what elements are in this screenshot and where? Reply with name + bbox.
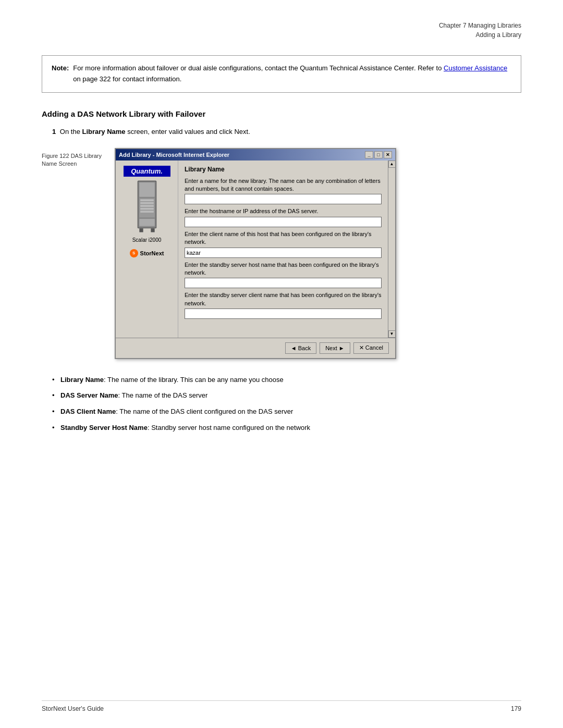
close-button[interactable]: ✕ (384, 151, 392, 158)
device-image (129, 181, 165, 233)
stornext-label: StorNext (140, 250, 164, 256)
dialog-scrollbar[interactable]: ▲ ▼ (388, 161, 395, 338)
svg-rect-2 (139, 182, 154, 197)
svg-rect-6 (140, 205, 154, 207)
scroll-up-button[interactable]: ▲ (388, 161, 396, 168)
chapter-line2: Adding a Library (42, 30, 521, 40)
footer-right: 179 (511, 705, 521, 712)
das-server-input[interactable] (185, 217, 382, 227)
device-illustration (131, 178, 163, 236)
field-label-1: Enter the hostname or IP address of the … (185, 207, 382, 215)
figure-area: Figure 122 DAS Library Name Screen Add L… (42, 148, 521, 359)
dialog-title: Add Library - Microsoft Internet Explore… (119, 152, 229, 158)
section-heading: Adding a DAS Network Library with Failov… (42, 109, 521, 118)
dialog-form-panel: Library Name Enter a name for the new li… (178, 161, 388, 338)
next-button[interactable]: Next ► (320, 342, 350, 354)
form-group-standby-host: Enter the standby server host name that … (185, 261, 382, 289)
form-group-das-server: Enter the hostname or IP address of the … (185, 207, 382, 227)
quantum-logo: Quantum. (124, 166, 170, 177)
dialog-titlebar: Add Library - Microsoft Internet Explore… (116, 149, 395, 161)
note-text: For more information about failover or d… (73, 63, 511, 85)
back-button[interactable]: ◄ Back (285, 342, 316, 354)
svg-rect-4 (140, 199, 154, 201)
note-label: Note: (52, 63, 69, 74)
form-section-title: Library Name (185, 166, 382, 173)
page-footer: StorNext User's Guide 179 (42, 700, 521, 712)
step-1-instruction: 1 On the Library Name screen, enter vali… (52, 128, 521, 135)
customer-assistance-link[interactable]: Customer Assistance (444, 64, 507, 72)
field-label-0: Enter a name for the new library. The na… (185, 177, 382, 193)
standby-host-input[interactable] (185, 278, 382, 288)
dialog-window-outer: Add Library - Microsoft Internet Explore… (115, 148, 396, 359)
field-label-2: Enter the client name of this host that … (185, 230, 382, 246)
form-group-library-name: Enter a name for the new library. The na… (185, 177, 382, 205)
form-group-client-name: Enter the client name of this host that … (185, 230, 382, 258)
dialog-body: Quantum. (116, 161, 395, 338)
svg-rect-7 (140, 207, 154, 209)
chapter-line1: Chapter 7 Managing Libraries (42, 21, 521, 30)
svg-rect-9 (139, 219, 154, 226)
form-group-standby-client: Enter the standby server client name tha… (185, 291, 382, 319)
field-label-4: Enter the standby server client name tha… (185, 291, 382, 307)
bullet-item-das-server-name: DAS Server Name: The name of the DAS ser… (52, 390, 521, 401)
dialog-window: Add Library - Microsoft Internet Explore… (115, 148, 396, 359)
minimize-button[interactable]: _ (365, 151, 373, 158)
dialog-left-panel: Quantum. (116, 161, 178, 338)
svg-rect-8 (140, 211, 154, 213)
standby-client-input[interactable] (185, 309, 382, 319)
footer-left: StorNext User's Guide (42, 705, 104, 712)
step-number: 1 (52, 128, 56, 135)
chapter-header: Chapter 7 Managing Libraries Adding a Li… (42, 21, 521, 40)
bullet-item-das-client-name: DAS Client Name: The name of the DAS cli… (52, 406, 521, 417)
library-name-input[interactable] (185, 194, 382, 204)
device-label: Scalar i2000 (132, 237, 162, 243)
maximize-button[interactable]: □ (374, 151, 383, 158)
client-name-input[interactable] (185, 248, 382, 258)
bullet-item-standby-host-name: Standby Server Host Name: Standby server… (52, 423, 521, 434)
bullet-list: Library Name: The name of the library. T… (52, 375, 521, 434)
cancel-button[interactable]: ✕ Cancel (353, 342, 389, 354)
figure-caption: Figure 122 DAS Library Name Screen (42, 148, 115, 168)
stornext-icon: S (130, 249, 138, 257)
dialog-footer: ◄ Back Next ► ✕ Cancel (116, 338, 395, 358)
bullet-item-library-name: Library Name: The name of the library. T… (52, 375, 521, 386)
svg-rect-5 (140, 202, 154, 204)
note-box: Note: For more information about failove… (42, 55, 521, 93)
svg-rect-10 (139, 228, 143, 232)
field-label-3: Enter the standby server host name that … (185, 261, 382, 277)
scroll-down-button[interactable]: ▼ (388, 330, 396, 338)
titlebar-controls: _ □ ✕ (365, 151, 392, 158)
stornext-logo: S StorNext (130, 249, 164, 257)
svg-rect-11 (151, 228, 154, 232)
